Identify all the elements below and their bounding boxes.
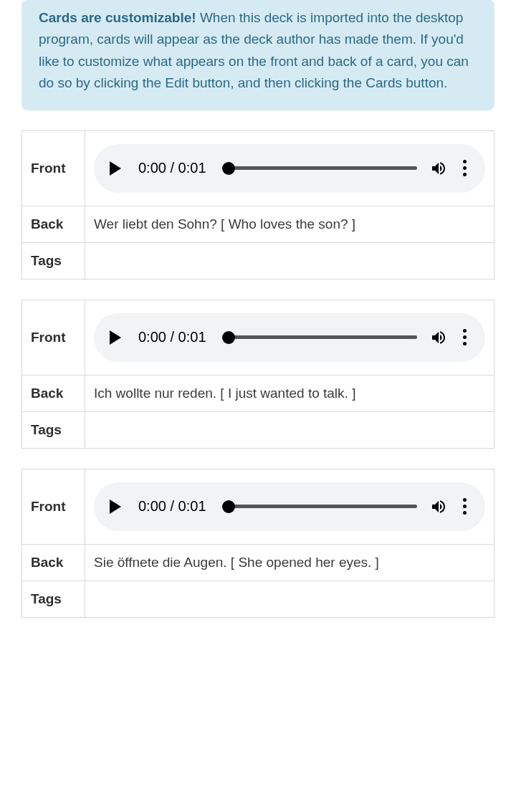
front-label: Front [22, 469, 85, 544]
card-3: Front 0:00 / 0:01 [22, 469, 494, 618]
back-value: Sie öffnete die Augen. [ She opened her … [85, 544, 494, 581]
play-icon[interactable] [110, 330, 121, 345]
back-value: Wer liebt den Sohn? [ Who loves the son?… [85, 206, 494, 242]
card-2: Front 0:00 / 0:01 [22, 300, 494, 449]
audio-time: 0:00 / 0:01 [138, 329, 206, 345]
front-value: 0:00 / 0:01 [85, 130, 494, 206]
back-label: Back [22, 375, 85, 411]
front-value: 0:00 / 0:01 [85, 469, 494, 544]
info-box: Cards are customizable! When this deck i… [22, 0, 494, 110]
kebab-icon[interactable] [460, 326, 469, 348]
front-value: 0:00 / 0:01 [85, 300, 494, 375]
tags-label: Tags [22, 581, 85, 617]
audio-player: 0:00 / 0:01 [94, 144, 485, 193]
tags-label: Tags [22, 242, 85, 279]
card-1: Front 0:00 / 0:01 [22, 130, 494, 280]
tags-label: Tags [22, 411, 85, 448]
volume-icon[interactable] [430, 329, 447, 346]
front-label: Front [22, 300, 85, 375]
back-label: Back [22, 544, 85, 581]
audio-progress[interactable] [224, 330, 417, 345]
audio-player: 0:00 / 0:01 [94, 313, 485, 362]
kebab-icon[interactable] [460, 157, 469, 179]
tags-value [85, 411, 494, 448]
audio-progress[interactable] [224, 500, 417, 514]
kebab-icon[interactable] [460, 495, 469, 517]
front-label: Front [22, 130, 85, 206]
tags-value [85, 242, 494, 279]
audio-player: 0:00 / 0:01 [94, 482, 485, 531]
info-bold: Cards are customizable! [39, 10, 196, 25]
tags-value [85, 581, 494, 617]
play-icon[interactable] [110, 500, 121, 514]
play-icon[interactable] [110, 161, 121, 176]
back-label: Back [22, 206, 85, 242]
audio-time: 0:00 / 0:01 [138, 160, 206, 176]
volume-icon[interactable] [430, 498, 447, 515]
audio-time: 0:00 / 0:01 [138, 498, 206, 515]
volume-icon[interactable] [430, 160, 447, 177]
back-value: Ich wollte nur reden. [ I just wanted to… [85, 375, 494, 411]
audio-progress[interactable] [224, 161, 417, 176]
